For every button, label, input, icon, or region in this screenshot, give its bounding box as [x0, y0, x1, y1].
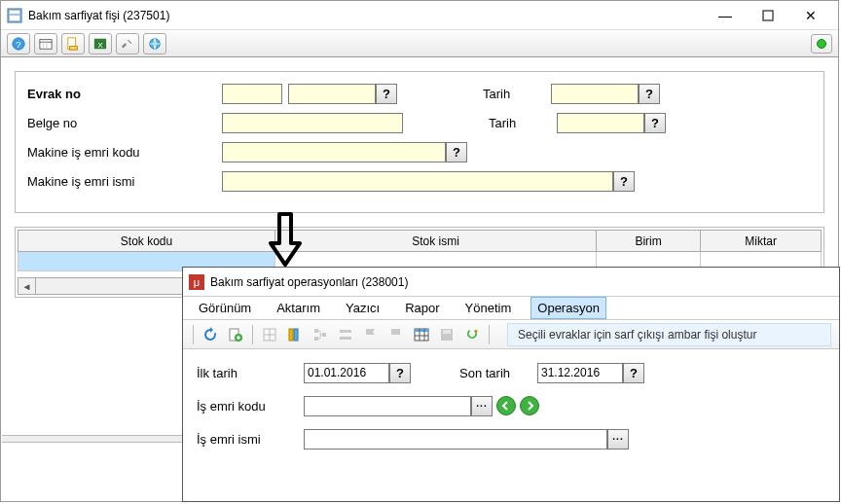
- form-panel: Evrak no ? Tarih ? Belge no Tarih ? Maki…: [15, 71, 824, 213]
- svg-rect-28: [340, 330, 351, 333]
- tree-icon[interactable]: [310, 324, 331, 345]
- app-icon: [7, 8, 22, 23]
- grid-table[interactable]: Stok kodu Stok ismi Birim Miktar: [18, 230, 822, 271]
- scroll-left-icon[interactable]: ◄: [18, 278, 36, 294]
- is-emri-ismi-field[interactable]: [304, 429, 607, 450]
- window-controls: — ✕: [704, 2, 832, 29]
- col-birim[interactable]: Birim: [597, 231, 701, 252]
- col-stok-kodu[interactable]: Stok kodu: [18, 231, 275, 252]
- operations-form: İlk tarih ? Son tarih ? İş emri kodu ···…: [183, 349, 839, 472]
- next-button[interactable]: [520, 396, 539, 415]
- menu-yonetim[interactable]: Yönetim: [459, 298, 518, 318]
- window-title: Bakım sarfiyat fişi (237501): [28, 9, 704, 22]
- svg-rect-31: [415, 329, 428, 332]
- evrak-no-field-2[interactable]: [288, 84, 376, 104]
- svg-rect-29: [340, 337, 351, 340]
- tarih-1-lookup-button[interactable]: ?: [639, 84, 660, 104]
- prev-button[interactable]: [496, 396, 516, 415]
- columns-icon[interactable]: [284, 324, 306, 345]
- document-icon[interactable]: [61, 33, 85, 54]
- maximize-button[interactable]: [747, 2, 789, 29]
- belge-no-label: Belge no: [27, 116, 222, 130]
- makine-ismi-lookup-button[interactable]: ?: [613, 171, 635, 192]
- rotate-icon[interactable]: [461, 324, 483, 345]
- belge-no-field[interactable]: [222, 113, 403, 133]
- operations-toolbar: Seçili evraklar için sarf çıkışı ambar f…: [183, 320, 839, 349]
- menu-rapor[interactable]: Rapor: [399, 298, 445, 318]
- mu-icon: μ: [189, 274, 204, 290]
- makine-kodu-lookup-button[interactable]: ?: [446, 142, 467, 162]
- menu-operasyon[interactable]: Operasyon: [530, 297, 606, 319]
- makine-kodu-field[interactable]: [222, 142, 446, 162]
- is-emri-ismi-label: İş emri ismi: [197, 432, 304, 447]
- svg-rect-36: [443, 330, 451, 334]
- menu-yazici[interactable]: Yazıcı: [340, 298, 385, 318]
- son-tarih-label: Son tarih: [459, 366, 537, 380]
- tarih-1-label: Tarih: [483, 87, 551, 101]
- is-emri-kodu-field[interactable]: [304, 396, 471, 416]
- tools-icon[interactable]: [116, 33, 139, 54]
- flag-solid-icon[interactable]: [385, 324, 407, 345]
- menubar: Görünüm Aktarım Yazıcı Rapor Yönetim Ope…: [183, 297, 839, 320]
- save-icon[interactable]: [436, 324, 457, 345]
- operations-titlebar: μ Bakım sarfiyat operasyonları (238001): [183, 268, 839, 297]
- svg-rect-25: [314, 329, 318, 333]
- ilk-tarih-label: İlk tarih: [197, 366, 304, 380]
- svg-rect-24: [294, 329, 298, 341]
- makine-ismi-label: Makine iş emri ismi: [27, 174, 222, 189]
- svg-rect-6: [40, 39, 52, 49]
- menu-aktarim[interactable]: Aktarım: [271, 298, 326, 318]
- titlebar: Bakım sarfiyat fişi (237501) — ✕: [1, 1, 838, 30]
- operations-window: μ Bakım sarfiyat operasyonları (238001) …: [182, 267, 840, 502]
- makine-kodu-label: Makine iş emri kodu: [27, 145, 222, 160]
- svg-rect-11: [70, 46, 78, 50]
- svg-rect-2: [10, 16, 19, 20]
- grid-icon[interactable]: [259, 324, 280, 345]
- operations-window-title: Bakım sarfiyat operasyonları (238001): [210, 275, 833, 289]
- main-toolbar: ? X: [1, 30, 838, 57]
- svg-rect-27: [322, 333, 326, 337]
- tarih-2-lookup-button[interactable]: ?: [644, 113, 666, 133]
- tarih-1-field[interactable]: [551, 84, 639, 104]
- table-icon[interactable]: [411, 324, 432, 345]
- form-area: Evrak no ? Tarih ? Belge no Tarih ? Maki…: [1, 57, 838, 217]
- son-tarih-lookup-button[interactable]: ?: [623, 363, 644, 383]
- col-stok-ismi[interactable]: Stok ismi: [275, 231, 597, 252]
- excel-icon[interactable]: X: [89, 33, 112, 54]
- evrak-no-label: Evrak no: [27, 87, 222, 101]
- tarih-2-label: Tarih: [489, 116, 557, 130]
- refresh-icon[interactable]: [200, 324, 221, 345]
- help-icon[interactable]: ?: [7, 33, 30, 54]
- operation-hint: Seçili evraklar için sarf çıkışı ambar f…: [507, 323, 831, 346]
- evrak-no-lookup-button[interactable]: ?: [376, 84, 397, 104]
- menu-gorunum[interactable]: Görünüm: [193, 298, 257, 318]
- svg-rect-3: [763, 11, 773, 20]
- globe-icon[interactable]: [143, 33, 166, 54]
- expand-icon[interactable]: [335, 324, 356, 345]
- svg-text:X: X: [97, 40, 103, 49]
- ilk-tarih-lookup-button[interactable]: ?: [389, 363, 411, 383]
- calendar-icon[interactable]: [34, 33, 57, 54]
- tarih-2-field[interactable]: [557, 113, 644, 133]
- makine-ismi-field[interactable]: [222, 171, 613, 192]
- minimize-button[interactable]: —: [704, 2, 747, 29]
- svg-rect-26: [314, 337, 318, 341]
- evrak-no-field-1[interactable]: [222, 84, 282, 104]
- is-emri-kodu-browse-button[interactable]: ···: [471, 396, 493, 416]
- svg-text:μ: μ: [194, 276, 200, 288]
- flag-icon[interactable]: [360, 324, 382, 345]
- svg-rect-23: [289, 329, 293, 341]
- svg-rect-1: [10, 11, 19, 14]
- ilk-tarih-field[interactable]: [304, 363, 389, 383]
- is-emri-ismi-browse-button[interactable]: ···: [607, 429, 629, 450]
- close-button[interactable]: ✕: [789, 2, 832, 29]
- is-emri-kodu-label: İş emri kodu: [197, 399, 304, 414]
- col-miktar[interactable]: Miktar: [701, 231, 822, 252]
- svg-text:?: ?: [16, 38, 20, 49]
- add-icon[interactable]: [225, 324, 246, 345]
- son-tarih-field[interactable]: [537, 363, 623, 383]
- status-indicator: [811, 34, 832, 54]
